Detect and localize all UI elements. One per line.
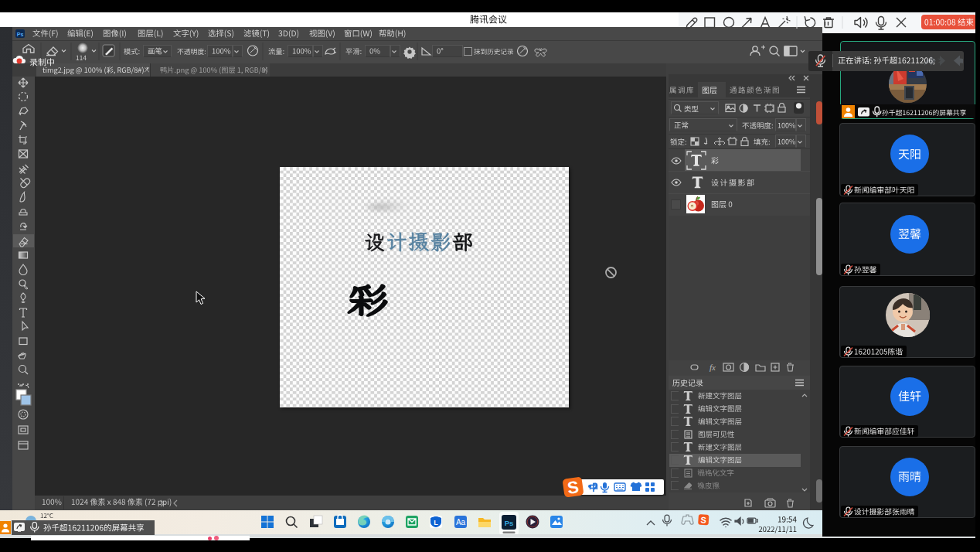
- svg-text:S: S: [700, 515, 706, 524]
